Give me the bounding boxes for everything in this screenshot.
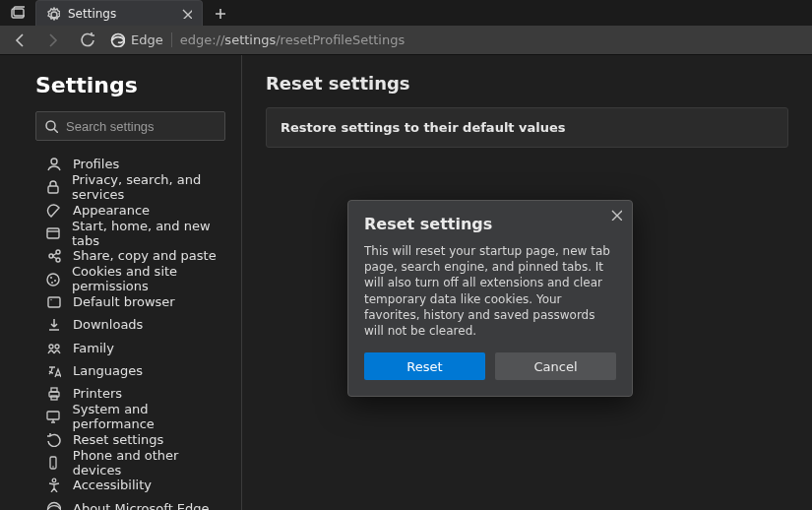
toolbar: Edge edge://settings/resetProfileSetting… — [0, 26, 812, 55]
lock-icon — [45, 179, 60, 194]
url-text: edge://settings/resetProfileSettings — [180, 32, 406, 47]
browser-icon — [45, 294, 61, 309]
accessibility-icon — [45, 478, 61, 492]
share-icon — [45, 248, 61, 263]
forward-button[interactable] — [39, 29, 67, 52]
settings-search[interactable] — [35, 111, 225, 141]
download-icon — [45, 317, 61, 332]
sidebar-item-label: Downloads — [73, 317, 143, 332]
start-icon — [45, 225, 60, 240]
phone-icon — [45, 455, 61, 470]
sidebar-item-download[interactable]: Downloads — [0, 313, 241, 336]
site-identity-chip[interactable]: Edge — [110, 32, 172, 47]
sidebar-item-phone[interactable]: Phone and other devices — [0, 451, 241, 474]
reset-button[interactable]: Reset — [364, 352, 485, 380]
system-icon — [45, 409, 61, 423]
search-icon — [44, 119, 58, 133]
sidebar-item-family[interactable]: Family — [0, 336, 241, 358]
profile-icon — [45, 157, 61, 171]
sidebar-item-label: System and performance — [73, 402, 229, 431]
settings-sidebar: Settings ProfilesPrivacy, search, and se… — [0, 55, 242, 510]
languages-icon — [45, 363, 61, 378]
back-button[interactable] — [6, 29, 33, 52]
new-tab-button[interactable] — [203, 0, 236, 26]
sidebar-heading: Settings — [0, 67, 241, 107]
appearance-icon — [45, 203, 61, 218]
sidebar-item-label: Start, home, and new tabs — [72, 219, 229, 248]
tab-strip: Settings — [0, 0, 812, 26]
sidebar-item-cookies[interactable]: Cookies and site permissions — [0, 267, 241, 289]
sidebar-item-accessibility[interactable]: Accessibility — [0, 474, 241, 496]
sidebar-item-label: Languages — [73, 363, 143, 378]
sidebar-item-languages[interactable]: Languages — [0, 359, 241, 382]
sidebar-item-label: Profiles — [73, 157, 119, 171]
sidebar-item-label: Family — [73, 341, 114, 355]
sidebar-item-label: Printers — [73, 386, 122, 401]
settings-search-input[interactable] — [66, 119, 231, 134]
cancel-button[interactable]: Cancel — [495, 352, 616, 380]
cookies-icon — [45, 272, 60, 287]
sidebar-item-about[interactable]: About Microsoft Edge — [0, 496, 241, 510]
printer-icon — [45, 386, 61, 401]
about-icon — [45, 501, 61, 510]
sidebar-item-label: Reset settings — [73, 432, 163, 447]
family-icon — [45, 341, 61, 355]
tab-close-button[interactable] — [181, 8, 192, 19]
sidebar-item-label: Default browser — [73, 294, 175, 309]
sidebar-item-label: About Microsoft Edge — [73, 501, 210, 510]
edge-icon — [110, 32, 125, 47]
sidebar-item-label: Cookies and site permissions — [72, 264, 229, 293]
window-controls-icon[interactable] — [0, 0, 35, 26]
restore-defaults-label: Restore settings to their default values — [281, 120, 566, 135]
reset-icon — [45, 432, 61, 447]
sidebar-item-label: Accessibility — [73, 478, 152, 492]
settings-nav-list: ProfilesPrivacy, search, and servicesApp… — [0, 151, 241, 510]
sidebar-item-start[interactable]: Start, home, and new tabs — [0, 222, 241, 244]
sidebar-item-label: Appearance — [73, 203, 150, 218]
dialog-close-button[interactable] — [610, 209, 622, 221]
dialog-body: This will reset your startup page, new t… — [364, 243, 616, 339]
gear-icon — [46, 7, 60, 21]
sidebar-item-label: Phone and other devices — [73, 448, 229, 478]
site-identity-label: Edge — [131, 32, 163, 47]
address-bar[interactable]: Edge edge://settings/resetProfileSetting… — [106, 32, 806, 47]
reset-settings-dialog: Reset settings This will reset your star… — [347, 200, 633, 397]
restore-defaults-row[interactable]: Restore settings to their default values — [266, 107, 788, 148]
dialog-button-row: Reset Cancel — [364, 352, 616, 380]
tab-settings[interactable]: Settings — [35, 0, 203, 26]
dialog-title: Reset settings — [364, 215, 616, 233]
sidebar-item-label: Share, copy and paste — [73, 248, 217, 263]
sidebar-item-lock[interactable]: Privacy, search, and services — [0, 175, 241, 198]
sidebar-item-browser[interactable]: Default browser — [0, 290, 241, 313]
page-heading: Reset settings — [266, 73, 788, 94]
sidebar-item-label: Privacy, search, and services — [72, 172, 229, 202]
refresh-button[interactable] — [73, 29, 100, 52]
sidebar-item-system[interactable]: System and performance — [0, 405, 241, 427]
tab-title: Settings — [68, 7, 173, 21]
